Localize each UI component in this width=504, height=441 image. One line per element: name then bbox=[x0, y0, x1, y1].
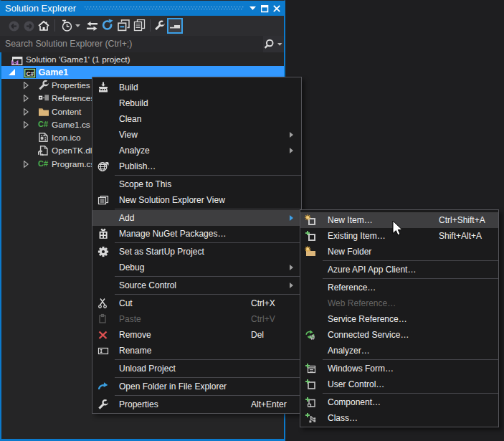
svg-text:C#: C# bbox=[26, 70, 34, 77]
